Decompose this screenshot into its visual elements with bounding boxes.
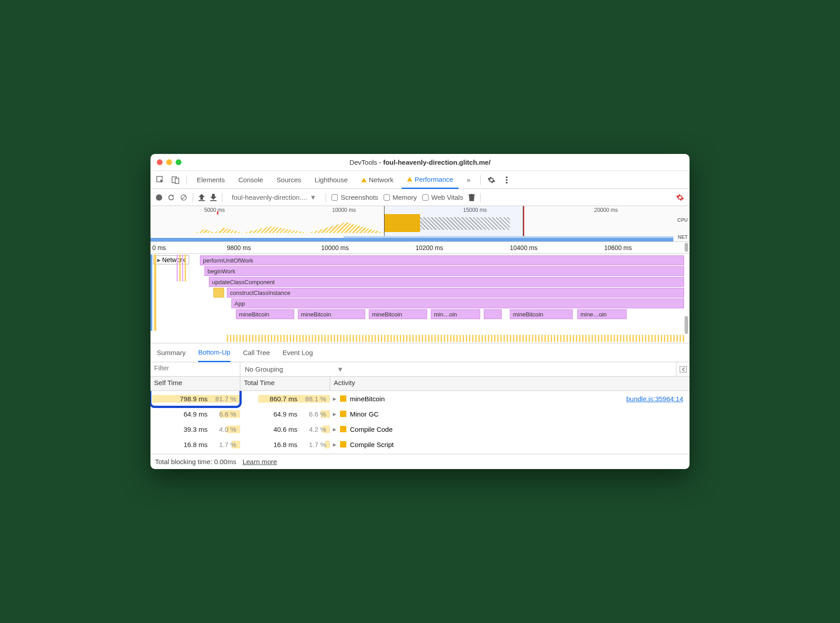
filter-input[interactable] [154,364,236,372]
tab-console[interactable]: Console [233,171,269,189]
panel-tabbar: Elements Console Sources Lighthouse Netw… [150,171,690,189]
svg-rect-2 [175,178,179,184]
table-row[interactable]: 64.9 ms6.6 %64.9 ms6.6 %▶Minor GC [150,406,690,421]
warning-icon [407,177,412,181]
expand-icon[interactable]: ▶ [333,412,336,417]
svg-point-3 [506,176,508,178]
reload-record-button[interactable] [168,194,175,201]
memory-checkbox[interactable]: Memory [384,193,417,201]
flame-bar[interactable]: min…oin [431,309,480,319]
flame-chart[interactable]: ▶Network performUnitOfWork beginWork upd… [150,254,690,343]
device-toggle-icon[interactable] [169,174,182,186]
webvitals-checkbox[interactable]: Web Vitals [422,193,463,201]
table-row[interactable]: 8.0 ms0.8 %17.5 ms1.8 %▶(anonymous)bundl… [150,452,690,454]
subtab-bottomup[interactable]: Bottom-Up [198,343,230,362]
tab-network[interactable]: Network [356,171,399,189]
svg-rect-9 [210,200,217,201]
save-profile-button[interactable] [210,194,217,201]
grouping-select[interactable]: No Grouping▼ [240,362,676,376]
scrollbar-thumb[interactable] [685,243,688,252]
activity-name: Compile Script [350,441,394,448]
learn-more-link[interactable]: Learn more [243,458,277,465]
svg-rect-8 [199,200,205,201]
perf-toolbar: foul-heavenly-direction....▼ Screenshots… [150,189,690,206]
col-self-time[interactable]: Self Time [150,377,240,390]
flame-bar[interactable]: mineBitcoin [369,309,427,319]
table-row[interactable]: 39.3 ms4.0 %40.6 ms4.2 %▶Compile Code [150,421,690,437]
svg-point-4 [506,179,508,181]
subtab-eventlog[interactable]: Event Log [283,343,313,362]
tab-more[interactable]: » [461,171,476,189]
flame-bar[interactable]: constructClassInstance [227,288,684,298]
table-row[interactable]: 798.9 ms81.7 %860.7 ms88.1 %▶mineBitcoin… [150,391,690,406]
subtab-calltree[interactable]: Call Tree [243,343,270,362]
activity-name: Minor GC [350,410,379,418]
svg-point-5 [506,182,508,184]
load-profile-button[interactable] [199,194,205,201]
filter-row: No Grouping▼ [150,362,690,377]
flame-bar[interactable]: performUnitOfWork [200,255,684,265]
col-activity[interactable]: Activity [330,377,690,390]
svg-rect-10 [680,366,687,373]
tab-elements[interactable]: Elements [191,171,230,189]
flame-bar[interactable]: mineBitcoin [298,309,365,319]
subtab-summary[interactable]: Summary [157,343,186,362]
script-color-icon [340,441,346,448]
flame-bar[interactable]: mineBitcoin [510,309,573,319]
table-body: 798.9 ms81.7 %860.7 ms88.1 %▶mineBitcoin… [150,391,690,454]
activity-name: mineBitcoin [350,395,385,403]
table-row[interactable]: 16.8 ms1.7 %16.8 ms1.7 %▶Compile Script [150,437,690,452]
settings-icon[interactable] [485,174,498,186]
source-link[interactable]: bundle.js:35964:14 [626,395,683,403]
scrollbar-thumb[interactable] [685,316,688,334]
tab-sources[interactable]: Sources [271,171,307,189]
script-color-icon [340,411,346,417]
screenshots-checkbox[interactable]: Screenshots [332,193,378,201]
devtools-window: DevTools - foul-heavenly-direction.glitc… [150,154,690,469]
timeline-overview[interactable]: 5000 ms10000 ms15000 ms20000 ms CPU NET [150,206,690,242]
flame-bar[interactable]: App [231,298,684,308]
script-color-icon [340,426,346,432]
record-button[interactable] [156,194,162,201]
capture-settings-icon[interactable] [676,193,684,202]
activity-name: Compile Code [350,426,393,433]
flame-bar[interactable] [213,288,224,298]
expand-icon[interactable]: ▶ [333,396,336,401]
flame-bar[interactable]: mine…oin [577,309,627,319]
total-blocking-time: Total blocking time: 0.00ms [155,458,236,465]
flame-bar[interactable]: mineBitcoin [236,309,294,319]
flame-bar[interactable] [484,309,502,319]
delete-profile-button[interactable] [469,194,475,201]
footer: Total blocking time: 0.00ms Learn more [150,454,690,469]
profile-selector[interactable]: foul-heavenly-direction....▼ [228,192,320,202]
time-ruler[interactable]: 0 ms 9800 ms 10000 ms 10200 ms 10400 ms … [150,242,690,254]
show-heaviest-stack-icon[interactable] [676,362,690,376]
svg-line-7 [182,196,186,199]
expand-icon[interactable]: ▶ [333,427,336,432]
col-total-time[interactable]: Total Time [240,377,330,390]
script-color-icon [340,395,346,402]
tab-lighthouse[interactable]: Lighthouse [309,171,353,189]
flame-bar[interactable]: updateClassComponent [209,277,684,287]
window-title: DevTools - foul-heavenly-direction.glitc… [150,158,690,166]
inspect-icon[interactable] [154,174,167,186]
net-label: NET [678,234,688,240]
titlebar: DevTools - foul-heavenly-direction.glitc… [150,154,690,171]
tab-performance[interactable]: Performance [402,171,459,189]
clear-button[interactable] [180,194,187,201]
warning-icon [361,178,367,182]
flame-bar[interactable]: beginWork [204,266,684,276]
kebab-menu-icon[interactable] [500,174,513,186]
table-header: Self Time Total Time Activity [150,377,690,391]
details-tabbar: Summary Bottom-Up Call Tree Event Log [150,343,690,362]
cpu-label: CPU [677,217,688,223]
expand-icon[interactable]: ▶ [333,442,336,447]
